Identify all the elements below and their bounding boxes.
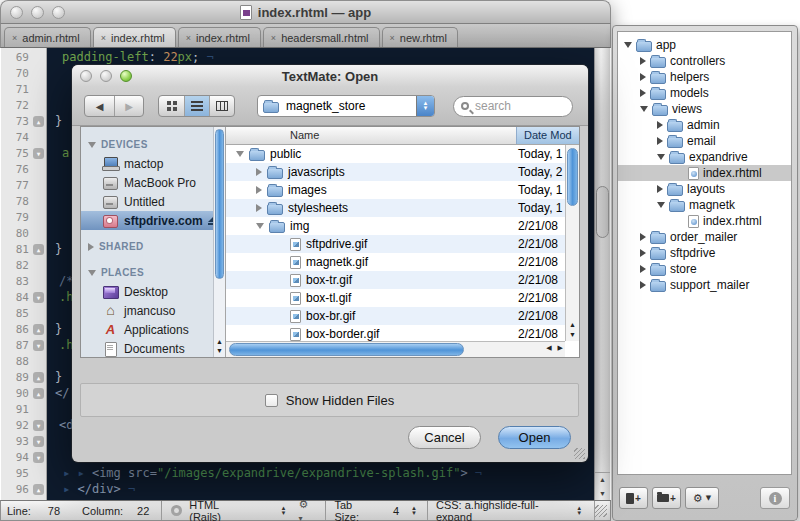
forward-button[interactable]: ▶ [114,96,143,116]
column-view-button[interactable] [209,96,234,116]
sidebar-item-documents[interactable]: Documents [81,339,225,357]
fold-start-icon[interactable] [33,452,44,463]
action-menu-button[interactable]: ⚙▼ [685,487,719,509]
fold-end-icon[interactable] [33,372,44,383]
sidebar-item-applications[interactable]: Applications [81,320,225,339]
tree-item-index-rhtml-magnetk[interactable]: index.rhtml [618,213,791,229]
new-file-button[interactable]: + [619,487,648,509]
file-row-public[interactable]: publicToday, 1 [226,145,579,163]
symbol-stepper-icon[interactable]: ▲▼ [576,506,582,516]
info-button[interactable] [760,487,790,509]
list-hscroll-thumb[interactable] [229,343,464,356]
tree-item-controllers[interactable]: controllers [618,53,791,69]
tree-item-sftpdrive[interactable]: sftpdrive [618,245,791,261]
location-popup[interactable]: magnetk_store ▲▼ [257,95,435,117]
tree-item-index-rhtml-selected[interactable]: index.rhtml [618,165,791,181]
language-selector[interactable]: HTML (Rails) [189,499,252,521]
file-row-sftpdrive-gif[interactable]: sftpdrive.gif2/21/08 [226,235,579,253]
search-input[interactable]: search [453,96,573,117]
tree-item-layouts[interactable]: layouts [618,181,791,197]
show-hidden-files-checkbox[interactable] [265,394,278,407]
file-row-box-tl-gif[interactable]: box-tl.gif2/21/08 [226,289,579,307]
sidebar-section-places[interactable]: PLACES [81,263,225,282]
tree-item-email[interactable]: email [618,133,791,149]
popup-stepper-icon[interactable]: ▲▼ [416,96,434,116]
fold-start-icon[interactable] [33,420,44,431]
dialog-titlebar[interactable]: TextMate: Open [72,65,588,87]
tree-item-views[interactable]: views [618,101,791,117]
sidebar-item-home[interactable]: jmancuso [81,301,225,320]
dialog-resize-grip[interactable] [574,448,585,459]
tree-item-order-mailer[interactable]: order_mailer [618,229,791,245]
language-stepper-icon[interactable]: ▲▼ [280,506,286,516]
scroll-down-icon[interactable]: ▼ [595,487,610,500]
close-tab-icon[interactable] [271,33,276,43]
sidebar-scrollbar[interactable]: ▲▼ [213,127,225,357]
sidebar-item-mactop[interactable]: mactop [81,154,225,173]
disclosure-expanded-icon[interactable] [624,42,632,48]
cancel-button[interactable]: Cancel [408,426,481,449]
disclosure-expanded-icon[interactable] [236,151,244,157]
symbol-selector[interactable]: CSS: a.highslide-full-expand [436,499,572,521]
disclosure-collapsed-icon[interactable] [640,89,646,97]
column-header-name[interactable]: Name [290,129,319,141]
disclosure-collapsed-icon[interactable] [256,186,262,194]
disclosure-collapsed-icon[interactable] [640,249,646,257]
list-horizontal-scrollbar[interactable]: ◀▶ [226,341,565,357]
file-row-magnetk-gif[interactable]: magnetk.gif2/21/08 [226,253,579,271]
fold-end-icon[interactable] [33,324,44,335]
tree-item-magnetk[interactable]: magnetk [618,197,791,213]
file-row-stylesheets[interactable]: stylesheetsToday, 1 [226,199,579,217]
disclosure-collapsed-icon[interactable] [657,185,663,193]
file-row-box-br-gif[interactable]: box-br.gif2/21/08 [226,307,579,325]
list-vscroll-arrows[interactable]: ▲▼ [566,320,579,340]
column-header-date-modified[interactable]: Date Mod [516,127,579,144]
window-titlebar[interactable]: index.rhtml — app [0,0,611,24]
fold-end-icon[interactable] [33,244,44,255]
disclosure-collapsed-icon[interactable] [640,233,646,241]
eject-icon[interactable] [208,217,209,225]
file-row-javascripts[interactable]: javascriptsToday, 2 [226,163,579,181]
disclosure-expanded-icon[interactable] [88,270,96,276]
fold-start-icon[interactable] [33,148,44,159]
disclosure-expanded-icon[interactable] [640,106,648,112]
tree-item-models[interactable]: models [618,85,791,101]
icon-view-button[interactable] [159,96,184,116]
tree-item-store[interactable]: store [618,261,791,277]
file-row-box-tr-gif[interactable]: box-tr.gif2/21/08 [226,271,579,289]
fold-end-icon[interactable] [33,116,44,127]
new-folder-button[interactable]: + [652,487,681,509]
sidebar-section-shared[interactable]: SHARED [81,237,225,256]
window-resize-grip[interactable] [595,505,607,517]
tab-size-stepper-icon[interactable]: ▲▼ [411,506,417,516]
tab-new-rhtml[interactable]: new.rhtml [382,27,458,47]
close-tab-icon[interactable] [101,33,106,43]
list-vertical-scrollbar[interactable]: ▲▼ [565,145,579,341]
tab-headersmall-rhtml[interactable]: headersmall.rhtml [263,27,380,47]
file-row-img[interactable]: img2/21/08 [226,217,579,235]
tab-admin-rhtml[interactable]: admin.rhtml [4,27,91,47]
tab-index-rhtml-active[interactable]: index.rhtml [93,27,176,47]
fold-start-icon[interactable] [33,340,44,351]
disclosure-collapsed-icon[interactable] [640,281,646,289]
tab-index-rhtml-2[interactable]: index.rhtml [178,27,261,47]
list-vscroll-thumb[interactable] [567,148,578,206]
editor-scrollbar-thumb[interactable] [596,186,609,238]
open-button[interactable]: Open [498,426,571,449]
disclosure-expanded-icon[interactable] [657,202,665,208]
sidebar-item-desktop[interactable]: Desktop [81,282,225,301]
close-tab-icon[interactable] [12,33,17,43]
close-tab-icon[interactable] [390,33,395,43]
disclosure-collapsed-icon[interactable] [256,168,262,176]
disclosure-expanded-icon[interactable] [88,142,96,148]
fold-start-icon[interactable] [33,436,44,447]
tree-item-expandrive[interactable]: expandrive [618,149,791,165]
tree-item-admin[interactable]: admin [618,117,791,133]
disclosure-expanded-icon[interactable] [256,223,264,229]
tree-item-helpers[interactable]: helpers [618,69,791,85]
fold-start-icon[interactable] [33,292,44,303]
file-row-images[interactable]: imagesToday, 1 [226,181,579,199]
close-tab-icon[interactable] [186,33,191,43]
back-button[interactable]: ◀ [85,96,114,116]
disclosure-expanded-icon[interactable] [657,154,665,160]
